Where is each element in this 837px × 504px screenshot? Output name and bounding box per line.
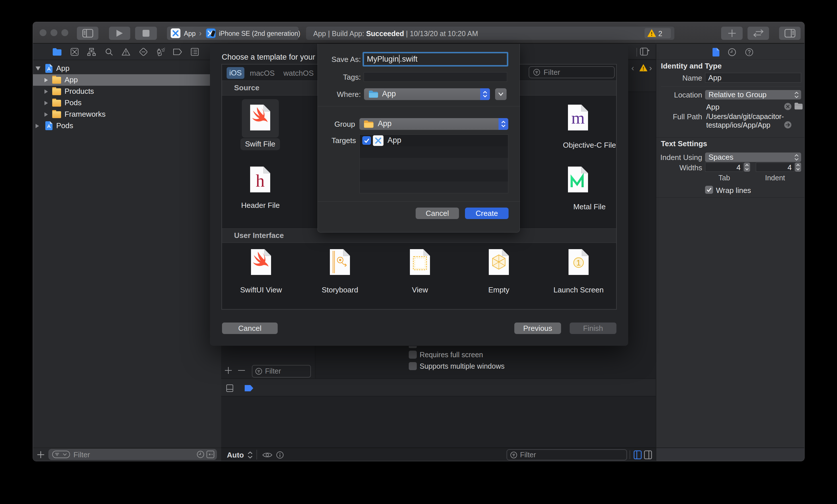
svg-text:m: m [571,108,585,127]
svg-text:h: h [256,171,265,191]
svg-text:1: 1 [576,258,581,267]
